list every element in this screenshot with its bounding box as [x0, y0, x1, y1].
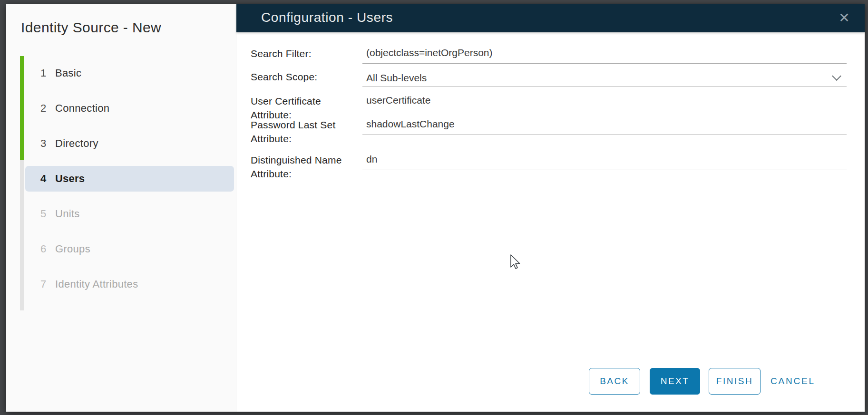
step-label: Connection — [55, 102, 109, 115]
step-number: 5 — [40, 208, 55, 220]
step-label: Groups — [55, 243, 90, 255]
identity-source-wizard-dialog: Identity Source - New 1 Basic 2 Connecti… — [6, 4, 865, 412]
step-number: 3 — [40, 137, 55, 150]
modal-header: Configuration - Users ✕ — [236, 4, 865, 32]
sidebar-step-groups: 6 Groups — [25, 236, 234, 262]
sidebar-step-units: 5 Units — [25, 201, 234, 227]
field-row-user-certificate-attribute: User Certificate Attribute: — [362, 92, 847, 111]
step-label: Identity Attributes — [55, 278, 138, 290]
password-last-set-attribute-input[interactable] — [366, 116, 832, 135]
close-button[interactable]: ✕ — [834, 8, 854, 28]
sidebar-step-users[interactable]: 4 Users — [25, 166, 234, 192]
next-button[interactable]: NEXT — [650, 368, 700, 395]
user-certificate-attribute-input[interactable] — [366, 93, 832, 111]
field-row-search-filter: Search Filter: — [362, 45, 847, 64]
screen: Identity Source - New 1 Basic 2 Connecti… — [0, 0, 868, 415]
sidebar-step-identity-attributes: 7 Identity Attributes — [25, 271, 234, 297]
search-filter-input[interactable] — [366, 45, 832, 63]
field-label: Search Filter: — [251, 47, 359, 60]
step-label: Units — [55, 208, 80, 220]
step-number: 2 — [40, 102, 55, 115]
step-label: Basic — [55, 67, 81, 79]
selected-option: All Sub-levels — [366, 72, 427, 84]
wizard-main-pane: Configuration - Users ✕ Search Filter: S… — [236, 4, 865, 412]
wizard-steps-list: 1 Basic 2 Connection 3 Directory 4 Users… — [6, 60, 236, 307]
field-label: Distinguished Name Attribute: — [251, 153, 359, 181]
step-label: Directory — [55, 137, 98, 150]
sidebar-step-basic[interactable]: 1 Basic — [25, 60, 234, 86]
search-scope-select[interactable]: All Sub-levels — [366, 68, 847, 87]
field-row-password-last-set-attribute: Password Last Set Attribute: — [362, 116, 847, 135]
wizard-title: Identity Source - New — [21, 19, 161, 36]
sidebar-step-directory[interactable]: 3 Directory — [25, 131, 234, 156]
step-number: 1 — [40, 67, 55, 79]
field-row-distinguished-name-attribute: Distinguished Name Attribute: — [362, 151, 847, 170]
finish-button[interactable]: FINISH — [709, 368, 761, 395]
step-number: 6 — [40, 243, 55, 255]
cancel-button[interactable]: CANCEL — [765, 368, 820, 395]
wizard-sidebar: Identity Source - New 1 Basic 2 Connecti… — [6, 4, 236, 412]
step-number: 4 — [40, 173, 55, 185]
step-label: Users — [55, 173, 85, 185]
chevron-down-icon — [832, 71, 841, 81]
distinguished-name-attribute-input[interactable] — [366, 152, 832, 170]
field-row-search-scope: Search Scope: All Sub-levels — [362, 68, 847, 87]
back-button[interactable]: BACK — [589, 368, 640, 395]
field-label: Search Scope: — [251, 70, 359, 84]
field-label: Password Last Set Attribute: — [251, 118, 359, 145]
sidebar-step-connection[interactable]: 2 Connection — [25, 96, 234, 121]
page-title: Configuration - Users — [261, 10, 393, 25]
step-number: 7 — [40, 278, 55, 290]
